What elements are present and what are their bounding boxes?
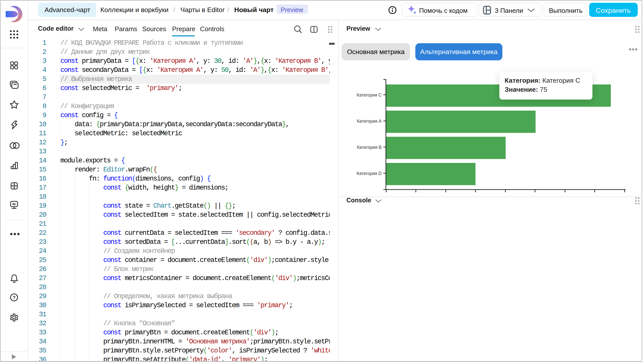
svg-text:Категория B: Категория B xyxy=(357,145,382,150)
svg-text:Категория C: Категория C xyxy=(357,93,382,98)
svg-text:Категория A: Категория A xyxy=(357,119,382,124)
svg-text:Категория D: Категория D xyxy=(357,171,382,176)
svg-text:?: ? xyxy=(13,295,16,300)
